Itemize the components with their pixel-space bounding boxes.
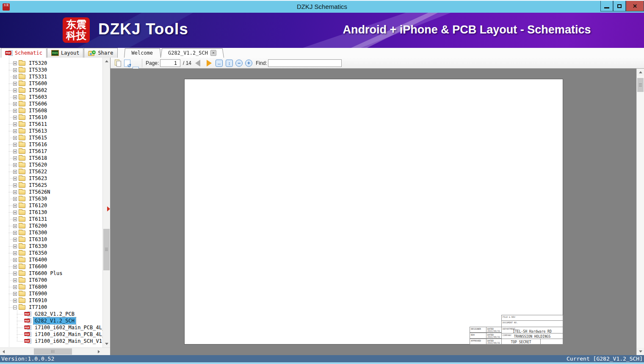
tree-folder-IT6131[interactable]: + IT6131: [0, 216, 102, 222]
tree-folder-IT5617[interactable]: + IT5617: [0, 148, 102, 155]
tree-expand-icon[interactable]: +: [13, 122, 17, 126]
tree-folder-IT5626N[interactable]: + IT5626N: [0, 189, 102, 195]
tree-expand-icon[interactable]: +: [13, 82, 17, 86]
tree-expand-icon[interactable]: +: [13, 61, 17, 65]
tab-schematic[interactable]: PDF Schematic: [1, 48, 47, 58]
tree-expand-icon[interactable]: +: [13, 211, 17, 214]
tree-file-G282_V1.2_SCH[interactable]: PDF G282_V1.2_SCH: [0, 317, 102, 324]
scroll-right-button[interactable]: [95, 348, 102, 355]
panel-collapse-arrow-icon[interactable]: [107, 206, 110, 211]
tree-expand-icon[interactable]: +: [13, 170, 17, 174]
tree-file-G282_V1.2_PCB[interactable]: PDF G282_V1.2_PCB: [0, 311, 102, 317]
scroll-left-button[interactable]: [0, 348, 7, 355]
scroll-down-button[interactable]: [637, 348, 644, 355]
fit-page-button[interactable]: ↕: [226, 59, 233, 67]
tree-expand-icon[interactable]: +: [13, 292, 17, 296]
tree-folder-IT5620[interactable]: + IT5620: [0, 161, 102, 168]
zoom-in-button[interactable]: +: [245, 59, 252, 67]
tree-expand-icon[interactable]: +: [13, 102, 17, 106]
tree-folder-IT6130[interactable]: + IT6130: [0, 209, 102, 216]
tree-vscroll-thumb[interactable]: [103, 229, 110, 270]
tree-expand-icon[interactable]: +: [13, 89, 17, 92]
tab-close-icon[interactable]: ×: [210, 50, 216, 56]
document-viewport[interactable]: FILE & REV DOCUMENT NO. DEPARTMENT ITEL-…: [111, 69, 644, 355]
tree-expand-icon[interactable]: +: [13, 68, 17, 72]
tree-file-i7100_i602_Main_PCB_4L_V1[interactable]: PDF i7100_i602_Main_PCB_4L_V1: [0, 331, 102, 338]
rotate-left-button[interactable]: ↺: [124, 59, 130, 67]
tree-expand-icon[interactable]: +: [13, 75, 17, 79]
tree-expand-icon[interactable]: +: [13, 136, 17, 140]
tree-folder-IT7100[interactable]: − IT7100: [0, 304, 102, 311]
viewer-vscroll-thumb[interactable]: [637, 78, 644, 92]
tree-folder-IT6800[interactable]: + IT6800: [0, 283, 102, 290]
tree-folder-IT5610[interactable]: + IT5610: [0, 114, 102, 121]
tree-expand-icon[interactable]: +: [13, 278, 17, 282]
tree-expand-icon[interactable]: +: [13, 224, 17, 228]
tree-folder-IT6200[interactable]: + IT6200: [0, 222, 102, 229]
tree-folder-IT6400[interactable]: + IT6400: [0, 256, 102, 263]
document-tab-g282_v1.2_sch[interactable]: G282_V1.2_SCH ×: [160, 48, 224, 58]
page-number-input[interactable]: [160, 59, 180, 67]
tree-expand-icon[interactable]: +: [13, 285, 17, 289]
tree-folder-IT6350[interactable]: + IT6350: [0, 250, 102, 256]
tree-expand-icon[interactable]: +: [13, 258, 17, 262]
copy-page-icon[interactable]: [114, 59, 122, 67]
tree-folder-IT5613[interactable]: + IT5613: [0, 128, 102, 134]
tree-folder-IT5606[interactable]: + IT5606: [0, 100, 102, 107]
tree-expand-icon[interactable]: +: [13, 183, 17, 187]
tree-expand-icon[interactable]: +: [13, 150, 17, 153]
tree-folder-IT5603[interactable]: + IT5603: [0, 94, 102, 100]
zoom-out-button[interactable]: −: [235, 59, 243, 67]
scroll-up-button[interactable]: [637, 69, 644, 76]
tree-folder-IT6900[interactable]: + IT6900: [0, 290, 102, 297]
tree-folder-IT5320[interactable]: + IT5320: [0, 60, 102, 67]
tree-folder-IT6330[interactable]: + IT6330: [0, 243, 102, 250]
tree-expand-icon[interactable]: +: [13, 217, 17, 221]
tree-folder-IT6700[interactable]: + IT6700: [0, 277, 102, 283]
tree-expand-icon[interactable]: +: [13, 204, 17, 208]
tree-expand-icon[interactable]: +: [13, 231, 17, 235]
previous-page-button[interactable]: [195, 60, 200, 67]
tree-folder-IT5615[interactable]: + IT5615: [0, 134, 102, 141]
tree-folder-IT5630[interactable]: + IT5630: [0, 195, 102, 202]
tree-folder-IT6120[interactable]: + IT6120: [0, 202, 102, 209]
tree-expand-icon[interactable]: +: [13, 109, 17, 113]
tree-folder-IT5622[interactable]: + IT5622: [0, 168, 102, 175]
tree-folder-IT6310[interactable]: + IT6310: [0, 236, 102, 243]
tree-folder-IT5330[interactable]: + IT5330: [0, 67, 102, 73]
find-input[interactable]: [268, 59, 342, 67]
tree-expand-icon[interactable]: +: [13, 177, 17, 181]
tree-folder-IT5600[interactable]: + IT5600: [0, 80, 102, 87]
tree-folder-IT5625[interactable]: + IT5625: [0, 182, 102, 189]
fit-width-button[interactable]: ↔: [216, 59, 223, 67]
tree-folder-IT5331[interactable]: + IT5331: [0, 73, 102, 80]
tree-expand-icon[interactable]: +: [13, 197, 17, 201]
viewer-vertical-scrollbar[interactable]: [636, 69, 644, 355]
tree-expand-icon[interactable]: +: [13, 299, 17, 303]
tree-expand-icon[interactable]: +: [13, 245, 17, 248]
tree-expand-icon[interactable]: +: [13, 238, 17, 242]
minimize-button[interactable]: [600, 1, 613, 11]
tree-folder-IT6300[interactable]: + IT6300: [0, 229, 102, 236]
document-tab-welcome[interactable]: Welcome: [124, 48, 161, 58]
tree-horizontal-scrollbar[interactable]: [0, 347, 110, 355]
tree-folder-IT6600 Plus[interactable]: + IT6600 Plus: [0, 270, 102, 277]
tree-folder-IT5616[interactable]: + IT5616: [0, 141, 102, 148]
tree-folder-IT6600[interactable]: + IT6600: [0, 263, 102, 270]
tree-file-i7100_i602_Main_SCH_V1.3[interactable]: PDF i7100_i602_Main_SCH_V1.3: [0, 338, 102, 345]
tree-expand-icon[interactable]: +: [13, 163, 17, 167]
tree-expand-icon[interactable]: +: [13, 251, 17, 255]
tree-folder-IT5623[interactable]: + IT5623: [0, 175, 102, 182]
close-button[interactable]: ✕: [626, 1, 644, 11]
scroll-up-button[interactable]: [103, 58, 110, 65]
tree-expand-icon[interactable]: +: [13, 272, 17, 275]
tree-folder-IT5611[interactable]: + IT5611: [0, 121, 102, 128]
tree-folder-IT5618[interactable]: + IT5618: [0, 155, 102, 161]
tab-layout[interactable]: PADS Layout: [47, 48, 83, 58]
tree-expand-icon[interactable]: +: [13, 129, 17, 133]
tree-folder-IT6910[interactable]: + IT6910: [0, 297, 102, 304]
tree-expand-icon[interactable]: +: [13, 95, 17, 99]
tree-expand-icon[interactable]: +: [13, 265, 17, 269]
tree-folder-IT5602[interactable]: + IT5602: [0, 87, 102, 94]
tree-vertical-scrollbar[interactable]: [102, 58, 110, 347]
